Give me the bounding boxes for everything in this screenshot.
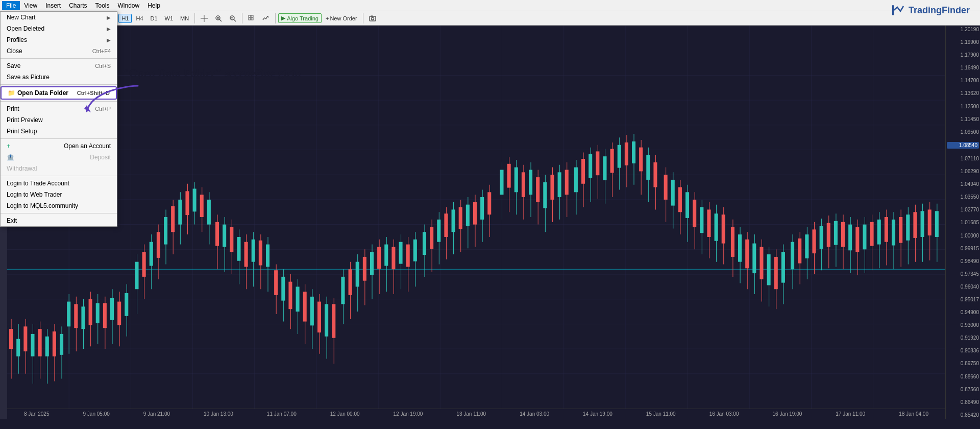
- save-label: Save: [7, 62, 20, 69]
- menu-charts[interactable]: Charts: [65, 1, 91, 10]
- deposit-icon: 🏦: [7, 154, 14, 161]
- svg-rect-118: [230, 227, 233, 252]
- svg-rect-60: [16, 339, 20, 356]
- svg-rect-96: [150, 242, 153, 266]
- menu-open-account[interactable]: + Open an Account: [1, 140, 117, 152]
- svg-rect-234: [664, 175, 668, 200]
- menu-print-setup[interactable]: Print Setup: [1, 126, 117, 137]
- menu-file[interactable]: File: [2, 1, 20, 10]
- svg-rect-298: [899, 217, 902, 243]
- print-shortcut: Ctrl+P: [95, 106, 111, 112]
- print-preview-label: Print Preview: [7, 116, 43, 124]
- toolbar-screenshot[interactable]: [366, 13, 379, 23]
- svg-rect-90: [125, 293, 128, 316]
- save-picture-label: Save as Picture: [7, 74, 50, 81]
- svg-rect-260: [760, 247, 763, 279]
- svg-rect-136: [296, 287, 300, 312]
- toolbar-grid[interactable]: [245, 13, 258, 23]
- login-trade-label: Login to Trade Account: [7, 180, 69, 187]
- menu-open-deleted[interactable]: Open Deleted ▶: [1, 23, 117, 34]
- menu-open-data-folder[interactable]: 📁 Open Data Folder Ctrl+Shift+D: [1, 86, 117, 100]
- menu-exit[interactable]: Exit: [1, 215, 117, 226]
- svg-rect-148: [341, 277, 345, 304]
- price-0.94900: 0.94900: [947, 309, 979, 315]
- svg-rect-23: [249, 18, 251, 20]
- svg-rect-278: [827, 223, 830, 247]
- svg-rect-22: [251, 15, 253, 17]
- svg-rect-202: [543, 182, 547, 208]
- svg-rect-248: [715, 213, 718, 241]
- menu-save-picture[interactable]: Save as Picture: [1, 72, 117, 83]
- menu-insert[interactable]: Insert: [41, 1, 65, 10]
- menu-save[interactable]: Save Ctrl+S: [1, 60, 117, 72]
- svg-rect-76: [74, 304, 78, 328]
- toolbar-sep3: [242, 13, 242, 23]
- menu-login-trade[interactable]: Login to Trade Account: [1, 178, 117, 189]
- svg-rect-200: [536, 177, 540, 202]
- svg-rect-58: [9, 329, 13, 349]
- time-12jan00: 12 Jan 00:00: [330, 411, 360, 417]
- svg-rect-100: [164, 217, 167, 245]
- time-16jan19: 16 Jan 19:00: [772, 411, 802, 417]
- menu-login-web[interactable]: Login to Web Trader: [1, 189, 117, 200]
- svg-rect-166: [406, 245, 410, 267]
- toolbar-sep2: [194, 13, 195, 23]
- svg-rect-140: [310, 297, 314, 325]
- save-shortcut: Ctrl+S: [95, 63, 111, 69]
- svg-rect-276: [820, 226, 823, 249]
- tb-tf-mn[interactable]: MN: [177, 14, 192, 23]
- svg-rect-138: [303, 292, 307, 321]
- profiles-label: Profiles: [7, 36, 27, 43]
- svg-rect-198: [529, 170, 532, 195]
- svg-rect-104: [178, 200, 182, 225]
- svg-rect-266: [781, 252, 785, 282]
- time-14jan19: 14 Jan 19:00: [583, 411, 612, 417]
- svg-rect-296: [892, 220, 895, 246]
- tb-tf-w1[interactable]: W1: [162, 14, 177, 23]
- time-9jan21: 9 Jan 21:00: [143, 411, 170, 417]
- svg-rect-204: [550, 175, 554, 200]
- profiles-arrow: ▶: [107, 37, 111, 43]
- menu-close[interactable]: Close Ctrl+F4: [1, 45, 117, 57]
- menu-help[interactable]: Help: [143, 1, 164, 10]
- tb-tf-h4[interactable]: H4: [133, 14, 146, 23]
- svg-rect-66: [38, 329, 42, 356]
- menu-print-preview[interactable]: Print Preview: [1, 114, 117, 126]
- login-web-label: Login to Web Trader: [7, 191, 62, 198]
- menu-view[interactable]: View: [20, 1, 41, 10]
- svg-rect-70: [53, 331, 56, 356]
- price-1.16490: 1.16490: [947, 65, 979, 70]
- time-axis: 8 Jan 2025 9 Jan 05:00 9 Jan 21:00 10 Ja…: [7, 409, 945, 419]
- menu-new-chart[interactable]: New Chart ▶: [1, 12, 117, 23]
- toolbar-new-order[interactable]: +New Order: [323, 14, 360, 23]
- open-data-folder-label: Open Data Folder: [17, 89, 68, 97]
- toolbar-indicators[interactable]: [259, 13, 273, 23]
- toolbar-crosshair[interactable]: [198, 13, 211, 23]
- svg-rect-78: [81, 306, 85, 329]
- menu-window[interactable]: Window: [114, 1, 144, 10]
- close-shortcut: Ctrl+F4: [92, 48, 111, 54]
- menu-profiles[interactable]: Profiles ▶: [1, 34, 117, 45]
- toolbar-sep5: [363, 13, 363, 23]
- toolbar: M1 M5 M15 M30 H1 H4 D1 W1 MN ▶Algo Tradi…: [0, 11, 980, 26]
- tb-tf-d1[interactable]: D1: [148, 14, 161, 23]
- svg-rect-206: [558, 172, 561, 197]
- menu-print[interactable]: Print Ctrl+P: [1, 103, 117, 114]
- candlestick-chart: [7, 26, 945, 409]
- svg-rect-88: [117, 302, 121, 325]
- price-1.12500: 1.12500: [947, 104, 979, 109]
- menu-tools[interactable]: Tools: [91, 1, 114, 10]
- price-1.07110: 1.07110: [947, 156, 979, 161]
- svg-rect-152: [356, 262, 359, 287]
- toolbar-zoom-out[interactable]: [226, 13, 239, 23]
- svg-rect-74: [67, 302, 70, 327]
- tb-tf-h1[interactable]: H1: [118, 14, 132, 23]
- toolbar-zoom-in[interactable]: [212, 13, 225, 23]
- price-0.87560: 0.87560: [947, 387, 979, 392]
- svg-rect-182: [466, 205, 470, 226]
- svg-rect-284: [848, 225, 852, 251]
- menu-login-mql5[interactable]: Login to MQL5.community: [1, 200, 117, 211]
- toolbar-algo-trading[interactable]: ▶Algo Trading: [278, 13, 322, 23]
- svg-rect-212: [581, 159, 585, 184]
- svg-rect-190: [500, 170, 503, 195]
